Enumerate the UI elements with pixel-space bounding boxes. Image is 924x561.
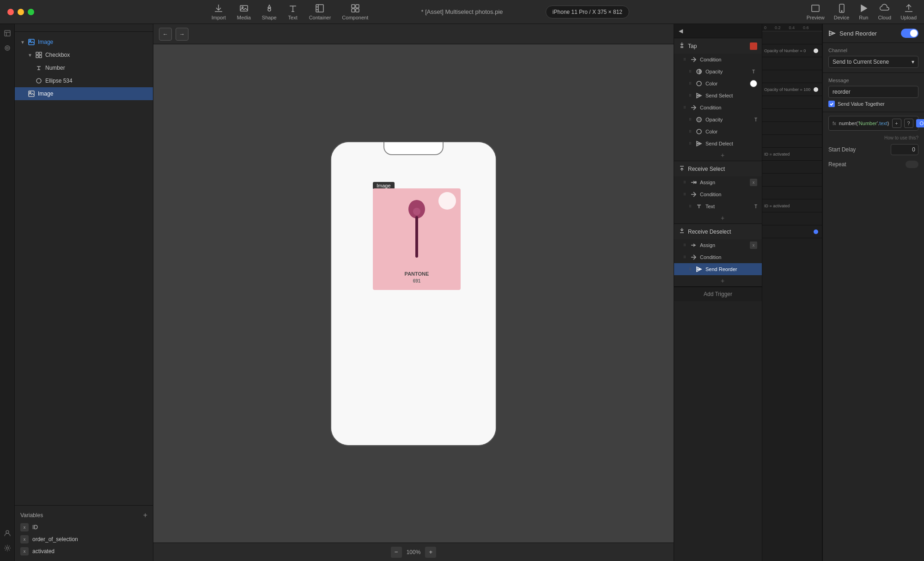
forward-button[interactable]: → [176,28,188,41]
type-icon-T: T [754,204,757,209]
titlebar: Import Media Shape Text Container Compon… [0,0,924,24]
repeat-toggle[interactable] [906,161,918,168]
receive-select-header[interactable]: Receive Select [674,161,762,176]
send-reorder-prop-icon [828,30,836,37]
shape-tool[interactable]: Shape [262,3,277,20]
enable-toggle[interactable] [901,29,918,38]
interactions-header: ◀ [674,24,762,38]
svg-rect-21 [39,55,42,58]
layer-item-number[interactable]: Number [15,61,153,74]
import-tool[interactable]: Import [212,3,226,20]
opacity-icon [695,68,703,75]
device-selector[interactable]: iPhone 11 Pro / X 375 × 812 [546,6,629,18]
receive-deselect-header[interactable]: Receive Deselect [674,224,762,239]
action-condition-1[interactable]: ⠿ Condition [674,54,762,66]
media-tool[interactable]: Media [237,3,251,20]
interactions-panel: ◀ Tap ⠿ Condition ⠿ [674,24,762,561]
action-assign-1[interactable]: ⠿ Assign x [674,176,762,188]
user-icon[interactable] [2,528,13,539]
add-trigger-button[interactable]: Add Trigger [674,287,762,301]
component-icon [35,51,43,59]
expand-icon[interactable]: ▼ [28,53,32,58]
svg-rect-19 [39,52,42,54]
drag-handle-icon: ⠿ [689,70,692,74]
formula-actions: + ? OK [892,119,924,128]
product-card: PANTONE 691 [373,188,461,290]
tap-color-indicator [750,42,757,50]
timeline-row-12 [762,187,822,199]
drag-handle-icon: ⠿ [689,142,692,146]
action-opacity-1[interactable]: ⠿ Opacity T [674,66,762,78]
condition-icon [690,253,697,261]
action-opacity-2[interactable]: ⠿ Opacity T [674,114,762,126]
window-title: * [Asset] Multiselect photos.pie [421,8,503,15]
tap-trigger-header[interactable]: Tap [674,38,762,54]
action-color-2[interactable]: ⠿ Color [674,126,762,138]
cloud-tool[interactable]: Cloud [878,3,891,20]
layers-list: ▼ Image ▼ Checkbox Number [15,32,153,505]
action-assign-2[interactable]: ⠿ Assign x [674,239,762,251]
expand-icon[interactable]: ▼ [20,40,25,45]
drag-handle-icon: ⠿ [683,243,686,247]
channel-section: Channel Send to Current Scene ▾ [823,43,924,73]
start-delay-input[interactable] [891,144,918,155]
add-variable-button[interactable]: + [143,511,147,519]
action-send-select[interactable]: ⠿ Send Select [674,90,762,102]
formula-help-button[interactable]: ? [904,119,913,128]
action-send-reorder[interactable]: ⠿ Send Reorder [674,263,762,275]
svg-point-31 [697,129,701,134]
formula-bar[interactable]: fx number('Number'.text) + ? OK [828,116,918,131]
formula-ok-button[interactable]: OK [916,119,924,127]
receive-deselect-add-button[interactable]: + [674,275,762,286]
formula-add-button[interactable]: + [892,119,901,128]
timeline-row-1: Opacity of Number = 0 [762,44,822,57]
fx-icon: fx [833,121,836,126]
channel-select[interactable]: Send to Current Scene ▾ [828,56,918,68]
upload-tool[interactable]: Upload [900,3,917,20]
drag-handle-icon: ⠿ [689,130,692,134]
color-swatch [750,80,757,87]
container-tool[interactable]: Container [309,3,331,20]
text-tool[interactable]: Text [288,3,298,20]
tap-trigger-section: Tap ⠿ Condition ⠿ Opacity T [674,38,762,161]
action-color-1[interactable]: ⠿ Color [674,78,762,90]
component-tool[interactable]: Component [342,3,368,20]
message-input[interactable] [828,86,918,98]
run-tool[interactable]: Run [858,3,869,20]
action-condition-2[interactable]: ⠿ Condition [674,102,762,114]
message-label: Message [828,78,918,83]
action-text-1[interactable]: ⠿ Text T [674,200,762,212]
zoom-in-button[interactable]: + [425,547,436,558]
color-icon [695,80,703,87]
assets-icon[interactable] [2,42,13,54]
maximize-button[interactable] [28,9,34,15]
text-layer-icon [35,64,43,72]
layer-item-image-root[interactable]: ▼ Image [15,36,153,48]
svg-point-30 [697,117,701,122]
action-condition-3[interactable]: ⠿ Condition [674,188,762,200]
layer-item-ellipse534[interactable]: Ellipse 534 [15,74,153,87]
how-to-link[interactable]: How to use this? [823,134,924,141]
preview-tool[interactable]: Preview [807,3,825,20]
collapse-button[interactable]: ◀ [679,28,683,34]
zoom-out-button[interactable]: − [391,547,402,558]
tap-add-action-button[interactable]: + [674,150,762,161]
send-value-checkbox[interactable] [828,101,835,107]
settings-icon[interactable] [2,543,13,554]
send-reorder-icon [695,265,703,273]
device-tool[interactable]: Device [834,3,850,20]
receive-select-add-button[interactable]: + [674,212,762,223]
drag-handle-icon: ⠿ [683,106,686,110]
timeline-row-0 [762,31,822,44]
condition-icon [690,104,697,111]
close-button[interactable] [7,9,14,15]
layer-item-image-child[interactable]: Image [15,87,153,100]
layer-item-checkbox[interactable]: ▼ Checkbox [15,48,153,61]
minimize-button[interactable] [18,9,24,15]
svg-rect-4 [356,5,359,8]
channel-label: Channel [828,48,918,53]
layers-icon[interactable] [2,28,13,39]
back-button[interactable]: ← [159,28,172,41]
action-send-delect[interactable]: ⠿ Send Delect [674,138,762,150]
action-condition-4[interactable]: ⠿ Condition [674,251,762,263]
